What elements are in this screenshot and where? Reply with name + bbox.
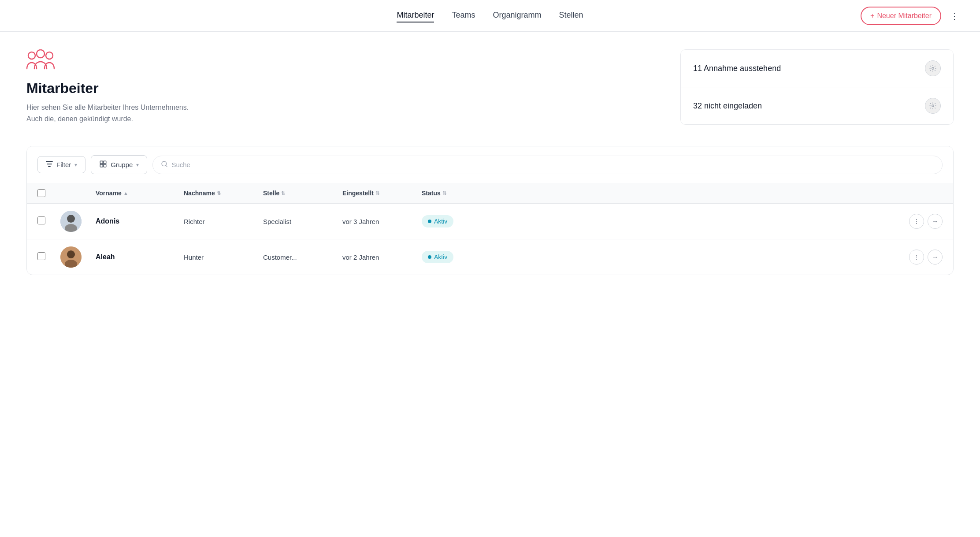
row-adonis-navigate-button[interactable]: → xyxy=(928,214,943,229)
svg-rect-5 xyxy=(100,161,103,164)
page-description: Hier sehen Sie alle Mitarbeiter Ihres Un… xyxy=(26,102,212,124)
row-adonis-nachname: Richter xyxy=(184,218,263,225)
row-aleah-nachname: Hunter xyxy=(184,254,263,261)
table-row: Adonis Richter Specialist vor 3 Jahren A… xyxy=(27,204,953,239)
th-stelle[interactable]: Stelle ⇅ xyxy=(263,189,342,197)
stat-card-not-invited: 32 nicht eingeladen xyxy=(681,87,953,124)
new-employee-button[interactable]: + Neuer Mitarbeiter xyxy=(861,7,941,25)
header-actions: + Neuer Mitarbeiter ⋮ xyxy=(861,7,962,25)
search-icon xyxy=(161,160,168,169)
row-checkbox-cell xyxy=(37,216,60,226)
avatar xyxy=(60,246,82,268)
row-adonis-checkbox[interactable] xyxy=(37,216,45,224)
eingestellt-sort-icon: ⇅ xyxy=(375,190,379,196)
row-adonis-status-cell: Aktiv xyxy=(422,215,492,227)
svg-point-2 xyxy=(37,50,45,58)
new-employee-label: Neuer Mitarbeiter xyxy=(877,12,932,20)
table-toolbar: Filter ▾ Gruppe ▾ xyxy=(27,146,953,183)
row-adonis-stelle: Specialist xyxy=(263,218,342,225)
filter-button[interactable]: Filter ▾ xyxy=(37,156,85,173)
ellipsis-icon: ⋮ xyxy=(950,11,959,21)
tab-mitarbeiter[interactable]: Mitarbeiter xyxy=(397,9,434,22)
filter-icon xyxy=(46,161,53,168)
status-sort-icon: ⇅ xyxy=(442,190,446,196)
stat-not-invited-label: 32 nicht eingeladen xyxy=(693,101,762,111)
svg-point-1 xyxy=(46,52,53,59)
svg-rect-8 xyxy=(104,164,106,167)
nav-tabs: Mitarbeiter Teams Organigramm Stellen xyxy=(397,9,583,22)
th-checkbox xyxy=(37,189,60,197)
vorname-sort-icon: ▲ xyxy=(123,190,128,196)
stats-cards: 11 Annahme ausstehend 32 nicht eingelade… xyxy=(680,49,954,125)
row-aleah-stelle: Customer... xyxy=(263,254,342,261)
arrow-right-icon: → xyxy=(932,254,938,261)
employees-icon xyxy=(26,49,680,75)
stat-not-invited-gear-button[interactable] xyxy=(925,98,941,114)
svg-rect-7 xyxy=(100,164,103,167)
status-dot xyxy=(428,220,431,223)
page-title: Mitarbeiter xyxy=(26,80,680,97)
more-dots-icon: ⋮ xyxy=(913,254,920,261)
arrow-right-icon: → xyxy=(932,218,938,225)
row-aleah-actions: ⋮ → xyxy=(492,250,943,265)
row-avatar-cell xyxy=(60,246,96,268)
more-dots-icon: ⋮ xyxy=(913,218,920,225)
group-chevron-icon: ▾ xyxy=(136,162,139,168)
th-status[interactable]: Status ⇅ xyxy=(422,189,492,197)
filter-label: Filter xyxy=(56,161,71,168)
more-options-button[interactable]: ⋮ xyxy=(947,8,962,24)
stelle-sort-icon: ⇅ xyxy=(281,190,285,196)
search-box xyxy=(152,156,943,174)
status-dot xyxy=(428,255,431,259)
th-avatar xyxy=(60,189,96,197)
row-aleah-vorname: Aleah xyxy=(96,253,184,261)
group-label: Gruppe xyxy=(111,161,133,168)
row-checkbox-cell xyxy=(37,252,60,262)
header: Mitarbeiter Teams Organigramm Stellen + … xyxy=(0,0,980,32)
group-icon xyxy=(99,160,107,169)
table-row: Aleah Hunter Customer... vor 2 Jahren Ak… xyxy=(27,239,953,275)
employees-table-container: Filter ▾ Gruppe ▾ xyxy=(26,146,954,275)
tab-stellen[interactable]: Stellen xyxy=(559,9,583,22)
row-aleah-more-button[interactable]: ⋮ xyxy=(909,250,924,265)
row-adonis-vorname: Adonis xyxy=(96,217,184,225)
table-header: Vorname ▲ Nachname ⇅ Stelle ⇅ Eingestell… xyxy=(27,183,953,204)
status-label: Aktiv xyxy=(434,254,447,261)
svg-point-14 xyxy=(67,250,75,258)
tab-teams[interactable]: Teams xyxy=(452,9,475,22)
status-label: Aktiv xyxy=(434,218,447,225)
tab-organigramm[interactable]: Organigramm xyxy=(493,9,541,22)
stat-pending-gear-button[interactable] xyxy=(925,60,941,76)
hero-section: Mitarbeiter Hier sehen Sie alle Mitarbei… xyxy=(26,49,954,125)
th-vorname[interactable]: Vorname ▲ xyxy=(96,189,184,197)
avatar xyxy=(60,211,82,232)
stat-card-pending: 11 Annahme ausstehend xyxy=(681,50,953,87)
main-content: Mitarbeiter Hier sehen Sie alle Mitarbei… xyxy=(0,32,980,293)
row-adonis-more-button[interactable]: ⋮ xyxy=(909,214,924,229)
row-avatar-cell xyxy=(60,211,96,232)
search-input[interactable] xyxy=(171,161,934,168)
th-nachname[interactable]: Nachname ⇅ xyxy=(184,189,263,197)
row-adonis-eingestellt: vor 3 Jahren xyxy=(342,218,422,225)
row-aleah-navigate-button[interactable]: → xyxy=(928,250,943,265)
row-aleah-status-cell: Aktiv xyxy=(422,251,492,263)
svg-point-11 xyxy=(67,215,75,223)
stat-pending-label: 11 Annahme ausstehend xyxy=(693,64,781,73)
row-aleah-eingestellt: vor 2 Jahren xyxy=(342,254,422,261)
select-all-checkbox[interactable] xyxy=(37,189,45,197)
nachname-sort-icon: ⇅ xyxy=(217,190,221,196)
svg-point-4 xyxy=(932,105,934,107)
svg-point-3 xyxy=(932,67,934,70)
svg-point-0 xyxy=(28,52,35,59)
status-badge: Aktiv xyxy=(422,251,453,263)
group-button[interactable]: Gruppe ▾ xyxy=(91,155,147,174)
th-eingestellt[interactable]: Eingestellt ⇅ xyxy=(342,189,422,197)
row-adonis-actions: ⋮ → xyxy=(492,214,943,229)
plus-icon: + xyxy=(870,12,874,20)
row-aleah-checkbox[interactable] xyxy=(37,252,45,260)
svg-rect-6 xyxy=(104,161,106,164)
th-actions xyxy=(492,189,943,197)
hero-left: Mitarbeiter Hier sehen Sie alle Mitarbei… xyxy=(26,49,680,124)
status-badge: Aktiv xyxy=(422,215,453,227)
filter-chevron-icon: ▾ xyxy=(74,162,77,168)
